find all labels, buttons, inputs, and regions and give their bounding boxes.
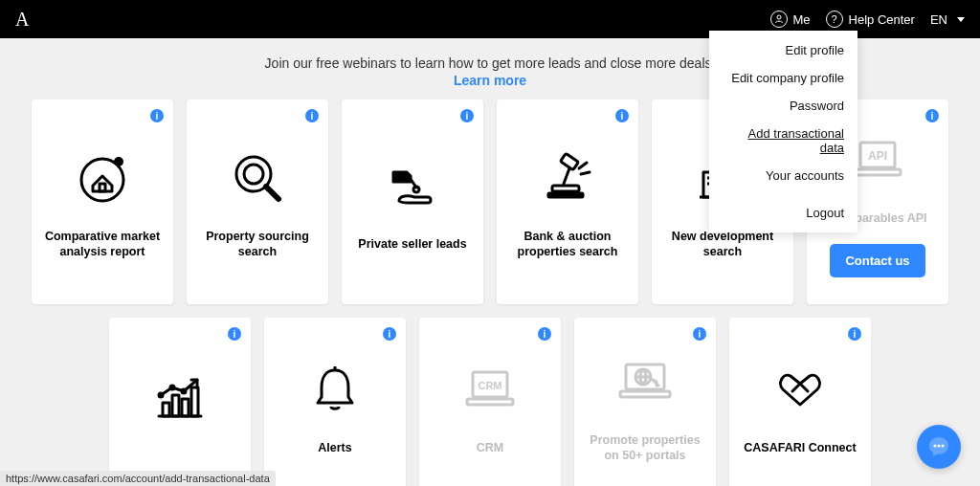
svg-point-38	[170, 386, 174, 389]
dropdown-add-transactional-data[interactable]: Add transactional data	[709, 120, 858, 162]
info-icon[interactable]: i	[693, 327, 706, 341]
magnifier-icon	[224, 144, 291, 211]
card-market-analytics[interactable]: i	[109, 318, 251, 486]
svg-rect-45	[620, 391, 670, 397]
card-title: Property sourcing search	[198, 229, 317, 260]
help-icon: ?	[826, 11, 843, 28]
svg-line-13	[579, 163, 587, 168]
svg-point-0	[777, 15, 781, 19]
card-promote[interactable]: i Promote properties on 50+ portals	[574, 318, 716, 486]
status-bar-url: https://www.casafari.com/account/add-tra…	[0, 471, 276, 486]
gavel-icon	[534, 144, 601, 211]
dropdown-edit-company[interactable]: Edit company profile	[709, 64, 858, 92]
logo[interactable]: A	[15, 9, 29, 31]
svg-rect-12	[548, 193, 583, 197]
svg-point-51	[938, 445, 941, 448]
svg-rect-11	[552, 186, 579, 191]
chat-icon	[927, 435, 950, 458]
svg-text:CRM: CRM	[478, 380, 501, 391]
dropdown-password[interactable]: Password	[709, 92, 858, 120]
dropdown-separator	[709, 189, 858, 199]
svg-rect-3	[100, 184, 105, 191]
globe-laptop-icon	[612, 348, 679, 415]
card-alerts[interactable]: i Alerts	[264, 318, 406, 486]
info-icon[interactable]: i	[538, 327, 551, 341]
svg-rect-42	[467, 399, 513, 405]
contact-us-button[interactable]: Contact us	[830, 244, 924, 277]
svg-line-14	[581, 172, 590, 174]
svg-rect-36	[191, 387, 198, 416]
card-title: CRM	[477, 440, 503, 455]
me-label: Me	[793, 12, 811, 27]
house-target-icon	[69, 144, 136, 211]
svg-line-10	[564, 168, 569, 184]
card-title: Private seller leads	[358, 236, 466, 252]
card-connect[interactable]: i CASAFARI Connect	[729, 318, 871, 486]
topbar-left: A	[15, 9, 29, 31]
info-icon[interactable]: i	[150, 109, 164, 122]
card-crm[interactable]: i CRM CRM	[419, 318, 561, 486]
info-icon[interactable]: i	[383, 327, 396, 341]
handshake-icon	[767, 356, 834, 423]
language-selector[interactable]: EN	[930, 12, 965, 27]
key-hand-icon	[379, 152, 446, 219]
svg-rect-34	[172, 395, 179, 416]
lang-label: EN	[930, 12, 947, 27]
card-title: New development search	[663, 229, 782, 260]
svg-point-50	[934, 445, 937, 448]
card-title: CASAFARI Connect	[744, 440, 856, 455]
chart-icon	[146, 364, 213, 431]
svg-point-5	[244, 165, 263, 184]
svg-line-49	[800, 384, 808, 391]
svg-point-2	[114, 157, 123, 166]
card-title: Comparative market analysis report	[43, 229, 162, 260]
me-dropdown: Edit profile Edit company profile Passwo…	[709, 31, 858, 232]
dropdown-logout[interactable]: Logout	[709, 199, 858, 227]
svg-rect-35	[182, 399, 189, 416]
svg-line-6	[266, 187, 278, 199]
topbar-right: Me ? Help Center EN	[770, 11, 966, 28]
user-icon	[770, 11, 788, 28]
info-icon[interactable]: i	[460, 109, 474, 122]
me-menu[interactable]: Me	[770, 11, 811, 28]
card-title: Alerts	[318, 440, 351, 455]
svg-point-8	[413, 187, 419, 192]
bell-icon	[301, 356, 368, 423]
svg-text:API: API	[868, 149, 887, 163]
dropdown-your-accounts[interactable]: Your accounts	[709, 162, 858, 189]
svg-rect-30	[855, 169, 901, 175]
help-label: Help Center	[849, 12, 915, 27]
chat-widget[interactable]	[917, 425, 961, 469]
card-private-seller[interactable]: i Private seller leads	[342, 99, 483, 304]
chevron-down-icon	[957, 17, 965, 22]
dropdown-edit-profile[interactable]: Edit profile	[709, 36, 858, 64]
info-icon[interactable]: i	[615, 109, 629, 122]
svg-rect-33	[163, 403, 169, 416]
svg-point-37	[159, 393, 163, 397]
card-title: Bank & auction properties search	[508, 229, 627, 260]
banner-text: Join our free webinars to learn how to g…	[265, 55, 716, 71]
svg-point-39	[182, 389, 186, 393]
card-cma[interactable]: i Comparative market analysis report	[32, 99, 173, 304]
info-icon[interactable]: i	[848, 327, 861, 341]
info-icon[interactable]: i	[228, 327, 241, 341]
crm-laptop-icon: CRM	[457, 356, 523, 423]
card-sourcing[interactable]: i Property sourcing search	[187, 99, 328, 304]
svg-line-48	[792, 384, 800, 391]
card-title: Promote properties on 50+ portals	[586, 432, 704, 464]
info-icon[interactable]: i	[305, 109, 319, 122]
info-icon[interactable]: i	[925, 109, 939, 122]
svg-point-52	[942, 445, 945, 448]
card-bank-auction[interactable]: i Bank & auction properties search	[497, 99, 638, 304]
help-center-link[interactable]: ? Help Center	[826, 11, 915, 28]
